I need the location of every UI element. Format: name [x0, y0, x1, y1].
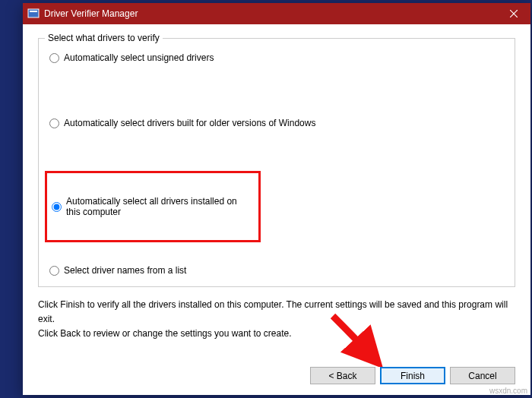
cancel-button[interactable]: Cancel: [450, 367, 515, 384]
driver-select-groupbox: Select what drivers to verify Automatica…: [38, 38, 515, 287]
dialog-window: Driver Verifier Manager Select what driv…: [23, 3, 530, 395]
radio-input-all[interactable]: [52, 202, 62, 212]
back-button[interactable]: < Back: [310, 367, 375, 384]
radio-input-older[interactable]: [49, 118, 59, 128]
app-icon: [27, 8, 40, 20]
radio-older-windows-drivers[interactable]: Automatically select drivers built for o…: [49, 118, 504, 128]
radio-select-from-list[interactable]: Select driver names from a list: [49, 265, 504, 276]
radio-input-unsigned[interactable]: [49, 53, 59, 63]
dialog-client-area: Select what drivers to verify Automatica…: [23, 24, 530, 395]
groupbox-legend: Select what drivers to verify: [45, 33, 163, 43]
highlight-annotation: Automatically select all drivers install…: [45, 171, 261, 242]
window-title: Driver Verifier Manager: [44, 8, 496, 19]
watermark: wsxdn.com: [489, 387, 527, 395]
radio-input-list[interactable]: [49, 266, 59, 276]
titlebar[interactable]: Driver Verifier Manager: [23, 3, 530, 24]
instruction-line: Click Back to review or change the setti…: [38, 327, 515, 341]
svg-rect-1: [30, 11, 37, 12]
instruction-text: Click Finish to verify all the drivers i…: [38, 298, 515, 342]
close-icon: [510, 10, 518, 17]
radio-label: Automatically select drivers built for o…: [64, 118, 315, 128]
svg-rect-0: [28, 9, 39, 17]
radio-all-installed-drivers[interactable]: Automatically select all drivers install…: [52, 196, 251, 217]
finish-button[interactable]: Finish: [380, 367, 445, 384]
radio-label: Select driver names from a list: [64, 265, 186, 276]
instruction-line: Click Finish to verify all the drivers i…: [38, 298, 515, 327]
close-button[interactable]: [496, 3, 530, 24]
button-row: < Back Finish Cancel: [38, 356, 515, 384]
radio-label: Automatically select unsigned drivers: [64, 52, 214, 63]
radio-label: Automatically select all drivers install…: [66, 196, 251, 217]
radio-unsigned-drivers[interactable]: Automatically select unsigned drivers: [49, 52, 504, 63]
